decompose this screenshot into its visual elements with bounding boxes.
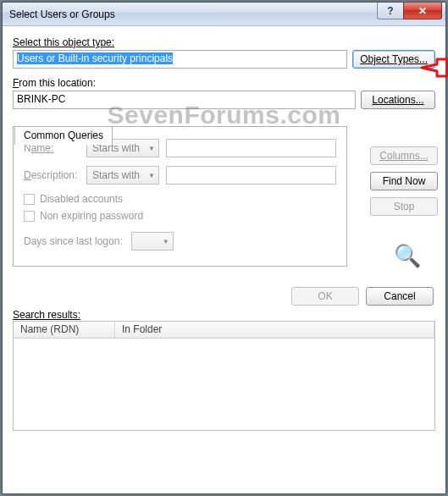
locations-button[interactable]: Locations...: [361, 91, 435, 109]
dialog-buttons: OK Cancel: [13, 287, 435, 306]
common-queries-panel: Name: Starts with ▼ Description: Starts …: [13, 126, 347, 267]
column-in-folder[interactable]: In Folder: [115, 322, 434, 338]
description-mode-combo[interactable]: Starts with ▼: [86, 166, 159, 185]
ok-button[interactable]: OK: [291, 287, 359, 306]
location-label: From this location:: [13, 77, 435, 89]
window-controls: ? ✕: [377, 3, 445, 19]
search-results-label: Search results:: [13, 309, 80, 321]
description-input[interactable]: [166, 166, 336, 185]
object-type-field[interactable]: Users or Built-in security principals: [13, 50, 347, 69]
object-type-label: Select this object type:: [13, 36, 435, 48]
non-expiring-checkbox[interactable]: [24, 211, 35, 222]
chevron-down-icon: ▼: [148, 172, 155, 179]
help-button[interactable]: ?: [377, 3, 404, 19]
columns-button[interactable]: Columns...: [370, 146, 438, 165]
tab-region: Common Queries Name: Starts with ▼ Descr…: [13, 126, 435, 267]
disabled-accounts-checkbox[interactable]: [24, 194, 35, 205]
search-results-list[interactable]: Name (RDN) In Folder: [13, 321, 435, 431]
cancel-button[interactable]: Cancel: [366, 287, 434, 306]
chevron-down-icon: ▼: [163, 238, 169, 245]
days-combo[interactable]: ▼: [131, 232, 174, 251]
object-types-button[interactable]: Object Types...: [352, 50, 435, 69]
days-since-logon-label: Days since last logon:: [24, 235, 123, 247]
stop-button[interactable]: Stop: [370, 197, 438, 216]
find-now-button[interactable]: Find Now: [370, 172, 438, 190]
results-header: Name (RDN) In Folder: [14, 322, 434, 339]
titlebar[interactable]: Select Users or Groups ? ✕: [3, 3, 445, 26]
close-button[interactable]: ✕: [403, 3, 442, 19]
tab-common-queries[interactable]: Common Queries: [14, 126, 113, 145]
column-name-rdn[interactable]: Name (RDN): [14, 322, 115, 338]
side-buttons: Columns... Find Now Stop: [370, 146, 438, 216]
dialog-window: Select Users or Groups ? ✕ Select this o…: [2, 2, 446, 494]
window-title: Select Users or Groups: [9, 8, 115, 20]
disabled-accounts-label: Disabled accounts: [40, 193, 123, 205]
description-label: Description:: [24, 169, 80, 181]
name-input[interactable]: [166, 139, 336, 157]
location-field[interactable]: BRINK-PC: [13, 91, 356, 109]
search-icon: 🔍: [394, 243, 421, 269]
client-area: Select this object type: Users or Built-…: [3, 26, 445, 493]
chevron-down-icon: ▼: [148, 145, 155, 152]
non-expiring-label: Non expiring password: [40, 210, 143, 222]
